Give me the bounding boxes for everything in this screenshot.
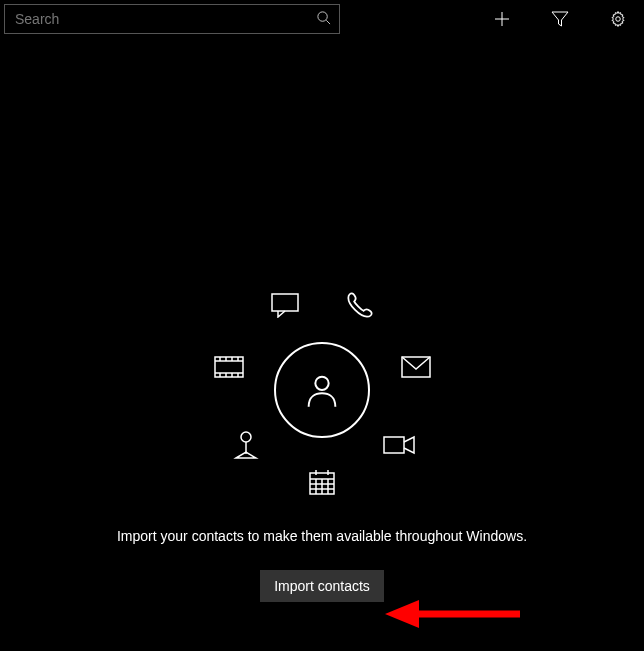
top-bar <box>0 0 644 36</box>
svg-point-5 <box>315 377 328 390</box>
mail-icon <box>399 350 433 384</box>
filter-button[interactable] <box>548 7 572 31</box>
person-icon <box>302 370 342 410</box>
search-box[interactable] <box>4 4 340 34</box>
film-icon <box>212 350 246 384</box>
top-actions <box>490 7 640 31</box>
svg-marker-32 <box>385 600 419 628</box>
svg-rect-7 <box>215 357 243 377</box>
search-icon[interactable] <box>316 10 331 29</box>
add-button[interactable] <box>490 7 514 31</box>
import-contacts-button[interactable]: Import contacts <box>260 570 384 602</box>
map-pin-icon <box>229 428 263 462</box>
svg-point-0 <box>318 11 327 20</box>
contact-type-ring <box>0 270 644 510</box>
search-input[interactable] <box>13 10 316 28</box>
svg-rect-21 <box>384 437 404 453</box>
video-icon <box>382 428 416 462</box>
svg-line-1 <box>326 20 330 24</box>
chat-icon <box>268 288 302 322</box>
person-circle <box>274 342 370 438</box>
empty-state: Import your contacts to make them availa… <box>0 270 644 602</box>
svg-point-4 <box>616 17 621 22</box>
svg-rect-6 <box>272 294 298 311</box>
settings-button[interactable] <box>606 7 630 31</box>
calendar-icon <box>305 465 339 499</box>
phone-icon <box>343 288 377 322</box>
empty-state-message: Import your contacts to make them availa… <box>0 528 644 544</box>
svg-point-19 <box>241 432 251 442</box>
